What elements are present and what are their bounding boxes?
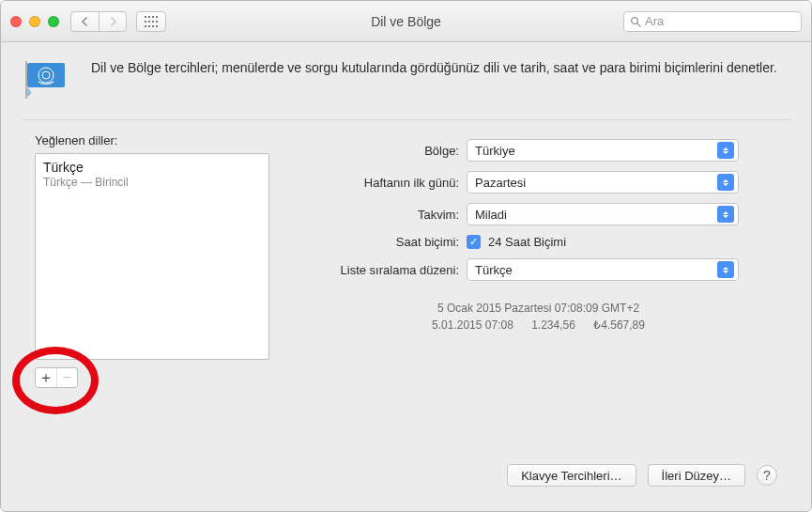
close-window-button[interactable] [10,16,22,27]
sortorder-label: Liste sıralama düzeni: [299,263,459,277]
grid-icon [145,16,158,27]
svg-rect-5 [148,21,150,23]
list-item[interactable]: Türkçe Türkçe — Birincil [43,160,261,189]
svg-rect-7 [156,21,158,23]
header-row: Dil ve Bölge tercihleri; menülerde ve so… [22,59,790,101]
plus-icon: ＋ [38,368,54,388]
svg-rect-17 [25,61,27,99]
weekstart-label: Haftanın ilk günü: [299,176,459,190]
advanced-button[interactable]: İleri Düzey… [648,464,745,487]
nav-buttons [70,11,127,32]
add-remove-group: ＋ − [35,367,78,388]
svg-rect-10 [152,25,154,27]
calendar-row: Takvim: Miladi [299,203,777,225]
language-name: Türkçe [43,160,261,175]
svg-rect-2 [152,16,154,18]
region-value: Türkiye [475,144,515,158]
svg-rect-3 [156,16,158,18]
timeformat-label: Saat biçimi: [299,235,459,249]
un-flag-icon [22,59,74,101]
minimize-window-button[interactable] [29,16,40,27]
settings-panel: Yeğlenen diller: Türkçe Türkçe — Birinci… [22,119,790,496]
timeformat-row: Saat biçimi: ✓ 24 Saat Biçimi [299,235,777,249]
svg-rect-4 [145,21,146,23]
checkbox-checked-icon: ✓ [467,235,481,249]
timeformat-checkbox-label: 24 Saat Biçimi [488,235,566,249]
calendar-value: Miladi [475,208,507,222]
region-settings-column: Bölge: Türkiye Haftanın ilk günü: Pazart… [299,133,777,405]
region-select[interactable]: Türkiye [467,139,739,162]
chevron-updown-icon [717,206,734,223]
sample-line1: 5 Ocak 2015 Pazartesi 07:08:09 GMT+2 [299,300,777,317]
bottom-button-bar: Klavye Tercihleri… İleri Düzey… ? [35,451,777,487]
weekstart-row: Haftanın ilk günü: Pazartesi [299,171,777,194]
chevron-updown-icon [717,261,734,278]
search-placeholder: Ara [645,14,664,28]
panel-body: Yeğlenen diller: Türkçe Türkçe — Birinci… [35,133,777,405]
search-field[interactable]: Ara [623,11,802,32]
svg-rect-9 [148,25,150,27]
chevron-updown-icon [717,174,734,191]
svg-rect-11 [156,25,158,27]
region-row: Bölge: Türkiye [299,139,777,162]
preferred-languages-column: Yeğlenen diller: Türkçe Türkçe — Birinci… [35,133,269,405]
svg-line-13 [637,23,640,26]
region-label: Bölge: [299,144,459,158]
calendar-select[interactable]: Miladi [467,203,739,225]
sample-date: 5.01.2015 07:08 [432,318,513,332]
sample-currency: ₺4.567,89 [593,318,645,332]
sortorder-select[interactable]: Türkçe [467,258,739,281]
timeformat-checkbox[interactable]: ✓ 24 Saat Biçimi [467,235,566,249]
zoom-window-button[interactable] [48,16,59,27]
format-sample: 5 Ocak 2015 Pazartesi 07:08:09 GMT+2 5.0… [299,300,777,334]
help-button[interactable]: ? [757,465,777,486]
window-controls [10,16,59,27]
pane-description: Dil ve Bölge tercihleri; menülerde ve so… [91,59,777,77]
sortorder-row: Liste sıralama düzeni: Türkçe [299,258,777,281]
preferences-window: Dil ve Bölge Ara Dil ve Bölge tercihleri… [0,0,812,512]
search-icon [630,16,641,27]
keyboard-preferences-button[interactable]: Klavye Tercihleri… [507,464,636,487]
add-language-button[interactable]: ＋ [36,368,56,387]
preferred-languages-list[interactable]: Türkçe Türkçe — Birincil [35,153,269,360]
svg-rect-1 [148,16,150,18]
sample-number: 1.234,56 [531,318,575,332]
show-all-button[interactable] [136,11,166,32]
forward-button[interactable] [99,11,127,32]
add-remove-wrap: ＋ − [35,367,85,405]
remove-language-button[interactable]: − [56,368,78,387]
weekstart-value: Pazartesi [475,176,526,190]
language-subtitle: Türkçe — Birincil [43,176,261,189]
back-button[interactable] [70,11,99,32]
svg-rect-0 [145,16,146,18]
svg-point-12 [632,17,638,23]
sortorder-value: Türkçe [475,263,513,277]
sample-line2: 5.01.2015 07:08 1.234,56 ₺4.567,89 [299,317,777,334]
weekstart-select[interactable]: Pazartesi [467,171,739,194]
minus-icon: − [63,369,71,386]
chevron-updown-icon [717,142,734,159]
chevron-right-icon [109,17,117,26]
titlebar: Dil ve Bölge Ara [1,1,811,42]
calendar-label: Takvim: [299,208,459,222]
preferred-languages-label: Yeğlenen diller: [35,133,269,147]
chevron-left-icon [81,17,89,26]
svg-rect-6 [152,21,154,23]
content-area: Dil ve Bölge tercihleri; menülerde ve so… [1,42,811,511]
svg-rect-8 [145,25,146,27]
